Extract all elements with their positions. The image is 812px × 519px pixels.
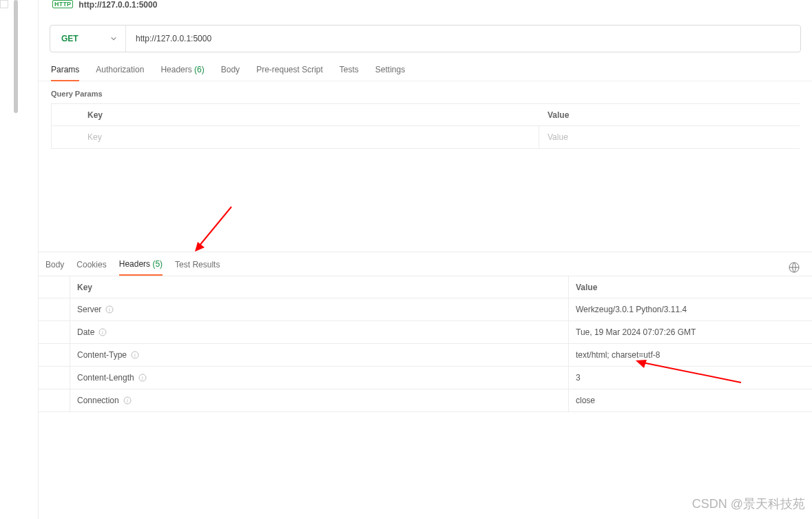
chevron-down-icon xyxy=(110,35,117,42)
resp-tab-body[interactable]: Body xyxy=(45,260,64,275)
resp-tab-cookies[interactable]: Cookies xyxy=(76,260,106,275)
resp-row-value: close xyxy=(569,396,812,405)
tab-tests[interactable]: Tests xyxy=(340,65,359,81)
svg-text:i: i xyxy=(127,398,128,404)
svg-line-11 xyxy=(199,207,231,246)
window-resize-handle xyxy=(0,0,8,8)
tab-authorization[interactable]: Authorization xyxy=(96,65,144,81)
resp-tab-test-results[interactable]: Test Results xyxy=(175,260,220,275)
resp-row: ServeriWerkzeug/3.0.1 Python/3.11.4 xyxy=(39,298,812,321)
resp-row-value: Werkzeug/3.0.1 Python/3.11.4 xyxy=(569,305,812,314)
svg-marker-14 xyxy=(636,360,647,368)
http-badge-icon: HTTP xyxy=(52,0,73,8)
params-value-header: Value xyxy=(539,110,800,120)
params-key-input[interactable]: Key xyxy=(52,126,539,148)
svg-marker-12 xyxy=(195,242,205,252)
resp-tab-headers[interactable]: Headers (5) xyxy=(119,259,163,276)
svg-line-13 xyxy=(643,363,741,383)
resp-row: DateiTue, 19 Mar 2024 07:07:26 GMT xyxy=(39,321,812,344)
request-tab-header[interactable]: HTTP http://127.0.0.1:5000 xyxy=(39,0,812,17)
tab-headers[interactable]: Headers (6) xyxy=(160,65,204,81)
svg-text:i: i xyxy=(142,375,143,381)
annotation-arrow xyxy=(194,203,235,252)
info-icon[interactable]: i xyxy=(105,305,114,314)
resp-row-value: Tue, 19 Mar 2024 07:07:26 GMT xyxy=(569,327,812,337)
resp-key-header: Key xyxy=(70,276,569,298)
tab-settings[interactable]: Settings xyxy=(375,65,405,81)
svg-text:i: i xyxy=(109,307,110,313)
watermark: CSDN @景天科技苑 xyxy=(692,496,805,512)
annotation-arrow xyxy=(634,358,745,386)
resp-tab-headers-label: Headers xyxy=(119,259,150,269)
svg-text:i: i xyxy=(134,352,136,358)
info-icon[interactable]: i xyxy=(123,396,132,405)
info-icon[interactable]: i xyxy=(131,351,139,359)
method-select[interactable]: GET xyxy=(50,26,126,52)
url-input[interactable] xyxy=(126,26,800,52)
globe-icon[interactable] xyxy=(789,262,800,273)
resp-value-header: Value xyxy=(569,283,812,292)
sidebar-scrollbar[interactable] xyxy=(14,0,18,113)
resp-row-key: Datei xyxy=(70,321,569,343)
resp-row-key: Serveri xyxy=(70,298,569,320)
tab-headers-label: Headers xyxy=(160,65,191,74)
query-params-heading: Query Params xyxy=(39,81,812,103)
resp-row-key: Content-Typei xyxy=(70,344,569,366)
params-value-input[interactable]: Value xyxy=(539,132,800,142)
resp-row-key: Connectioni xyxy=(70,389,569,411)
info-icon[interactable]: i xyxy=(138,374,147,382)
svg-text:i: i xyxy=(102,329,103,336)
tab-body[interactable]: Body xyxy=(221,65,240,81)
info-icon[interactable]: i xyxy=(98,328,107,336)
tab-prerequest[interactable]: Pre-request Script xyxy=(256,65,323,81)
params-key-header: Key xyxy=(52,110,539,120)
resp-row: Connectioniclose xyxy=(39,389,812,412)
resp-row-key: Content-Lengthi xyxy=(70,367,569,389)
tab-title: http://127.0.0.1:5000 xyxy=(79,0,157,10)
method-label: GET xyxy=(61,34,79,43)
tab-params[interactable]: Params xyxy=(51,65,79,81)
tab-headers-count: (6) xyxy=(194,65,205,74)
resp-tab-headers-count: (5) xyxy=(152,259,163,269)
